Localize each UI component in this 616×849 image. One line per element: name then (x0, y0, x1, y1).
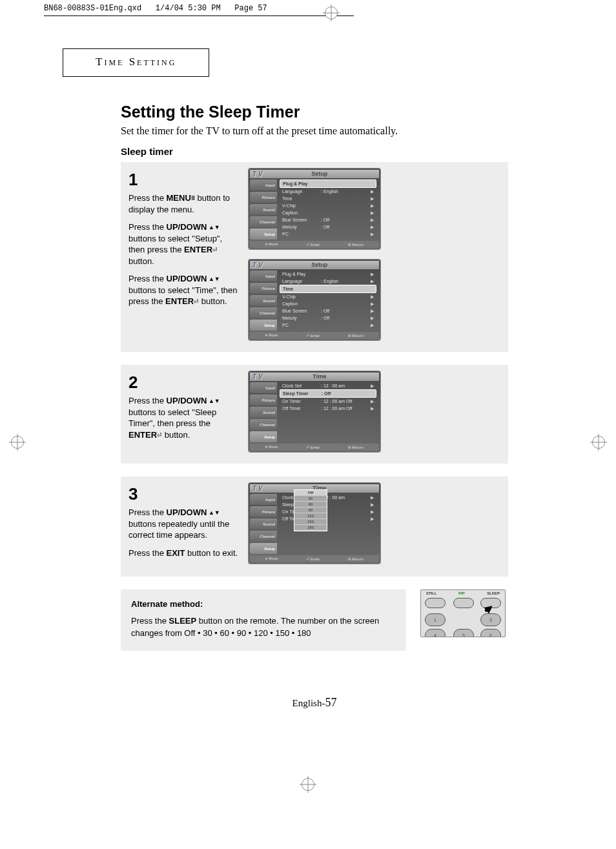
osd-tab: Picture (250, 394, 277, 405)
osd-tab: Setup (250, 229, 277, 240)
updown-icon: ▲▼ (207, 398, 220, 404)
step-paragraph: Press the UP/DOWN ▲▼ buttons repeatedly … (128, 507, 238, 541)
step-1: 1 Press the MENUⅢ button to display the … (121, 162, 508, 352)
osd-tab: Input (250, 382, 277, 393)
osd-menu-row: Time▶ (280, 285, 376, 293)
osd-screenshot-time-dropdown: T VTimeInputPictureSoundChannelSetupCloc… (249, 483, 380, 564)
remote-label-sleep: SLEEP (487, 591, 500, 595)
step-2: 2 Press the UP/DOWN ▲▼ buttons to select… (121, 365, 508, 464)
remote-label-still: STILL (426, 591, 437, 595)
alternate-method-row: Alternate method: Press the SLEEP button… (121, 589, 508, 651)
osd-tab: Channel (250, 307, 277, 318)
osd-tab: Setup (250, 320, 277, 331)
osd-menu-row: On Timer: 12 : 00 am Off▶ (280, 398, 376, 405)
osd-tab: Channel (250, 531, 277, 542)
page-title: Setting the Sleep Timer (121, 103, 508, 121)
updown-icon: ▲▼ (207, 224, 220, 230)
osd-dropdown-item: 60 (294, 502, 327, 507)
remote-label-pip: PIP (458, 591, 465, 595)
alternate-head: Alternate method: (131, 598, 396, 610)
updown-icon: ▲▼ (207, 276, 220, 282)
osd-menu-row: Melody: Off▶ (280, 314, 376, 322)
step-paragraph: Press the UP/DOWN ▲▼ buttons to select "… (128, 273, 238, 307)
osd-tab: Sound (250, 407, 277, 418)
osd-menu-row: Language: English▶ (280, 278, 376, 285)
crop-mark-header: BN68-00883S-01Eng.qxd 1/4/04 5:30 PM Pag… (0, 0, 616, 16)
osd-tab: Picture (250, 283, 277, 294)
osd-dropdown-item: 180 (294, 525, 327, 531)
osd-menu-row: Plug & Play▶ (280, 179, 376, 188)
remote-num-1: 1 (425, 613, 446, 626)
osd-tab: Setup (250, 431, 277, 442)
registration-mark-icon (325, 6, 338, 19)
osd-tab: Channel (250, 216, 277, 227)
enter-icon: ⏎ (157, 432, 162, 438)
osd-tab: Sound (250, 204, 277, 215)
remote-num-6: 6 (480, 629, 501, 637)
remote-num-4: 4 (425, 629, 446, 637)
osd-screenshot-setup-time: T VSetupInputPictureSoundChannelSetupPlu… (249, 260, 380, 340)
page-footer: English-57 (121, 696, 508, 710)
remote-illustration: STILL PIP SLEEP 1 3 4 5 6 (420, 589, 506, 637)
osd-menu-row: Plug & Play▶ (280, 271, 376, 278)
osd-menu-row: Caption▶ (280, 300, 376, 307)
osd-screenshot-setup-plugplay: T VSetupInputPictureSoundChannelSetupPlu… (249, 169, 380, 249)
osd-tab: Picture (250, 192, 277, 203)
step-number: 2 (128, 371, 238, 394)
osd-tab: Sound (250, 295, 277, 306)
step-number: 1 (128, 169, 238, 191)
osd-menu-row: Clock Set: 12 : 00 am▶ (280, 382, 376, 389)
remote-num-3: 3 (480, 613, 501, 626)
step-paragraph: Press the EXIT button to exit. (128, 547, 238, 559)
osd-dropdown-item: 120 (294, 513, 327, 519)
registration-mark-icon (302, 778, 314, 791)
osd-tab: Sound (250, 518, 277, 529)
osd-dropdown-item: 30 (294, 496, 327, 502)
osd-menu-row: V-Chip▶ (280, 293, 376, 300)
osd-menu-row: PC▶ (280, 322, 376, 329)
osd-dropdown-item: Off (294, 490, 327, 496)
remote-pip-button (453, 598, 474, 608)
osd-tab: Input (250, 494, 277, 505)
remote-still-button (425, 598, 446, 608)
osd-menu-row: Blue Screen: Off▶ (280, 216, 376, 223)
sub-heading: Sleep timer (121, 146, 508, 157)
section-label: Time Setting (63, 48, 209, 77)
osd-tab: Setup (250, 543, 277, 554)
step-paragraph: Press the UP/DOWN ▲▼ buttons to select "… (128, 395, 238, 440)
remote-num-5: 5 (453, 629, 474, 637)
osd-dropdown-item: 150 (294, 519, 327, 525)
updown-icon: ▲▼ (207, 509, 220, 516)
osd-tab: Channel (250, 419, 277, 430)
osd-dropdown: Off306090120150180 (294, 489, 327, 531)
step-number: 3 (128, 483, 238, 506)
crop-date: 1/4/04 5:30 PM (156, 4, 221, 13)
crop-file: BN68-00883S-01Eng.qxd (44, 4, 141, 13)
osd-dropdown-item: 90 (294, 507, 327, 513)
osd-menu-row: Blue Screen: Off▶ (280, 307, 376, 314)
osd-menu-row: PC▶ (280, 230, 376, 238)
footer-page-number: 57 (325, 696, 336, 709)
step-paragraph: Press the MENUⅢ button to display the me… (128, 192, 238, 215)
alternate-method-block: Alternate method: Press the SLEEP button… (121, 589, 406, 651)
enter-icon: ⏎ (212, 247, 218, 253)
enter-icon: ⏎ (194, 298, 199, 305)
osd-menu-row: V-Chip▶ (280, 202, 376, 209)
osd-screenshot-time-sleeptimer: T VTimeInputPictureSoundChannelSetupCloc… (249, 371, 380, 452)
lead-text: Set the timer for the TV to turn off at … (121, 125, 508, 137)
osd-tab: Input (250, 271, 277, 281)
osd-menu-row: Melody: Off▶ (280, 223, 376, 230)
osd-menu-row: Time▶ (280, 195, 376, 202)
osd-menu-row: Language: English▶ (280, 188, 376, 195)
step-paragraph: Press the UP/DOWN ▲▼ buttons to select "… (128, 221, 238, 267)
registration-mark-icon (11, 436, 24, 449)
osd-menu-row: Sleep Timer: Off▶ (280, 389, 376, 398)
osd-menu-row: Off Timer: 12 : 00 am Off▶ (280, 405, 376, 412)
registration-mark-icon (592, 436, 605, 449)
osd-tab: Picture (250, 506, 277, 517)
alternate-text: Press the SLEEP button on the remote. Th… (131, 615, 396, 639)
crop-page: Page 57 (234, 4, 267, 13)
osd-tab: Input (250, 179, 277, 190)
osd-menu-row: Caption▶ (280, 209, 376, 216)
step-3: 3 Press the UP/DOWN ▲▼ buttons repeatedl… (121, 476, 508, 577)
